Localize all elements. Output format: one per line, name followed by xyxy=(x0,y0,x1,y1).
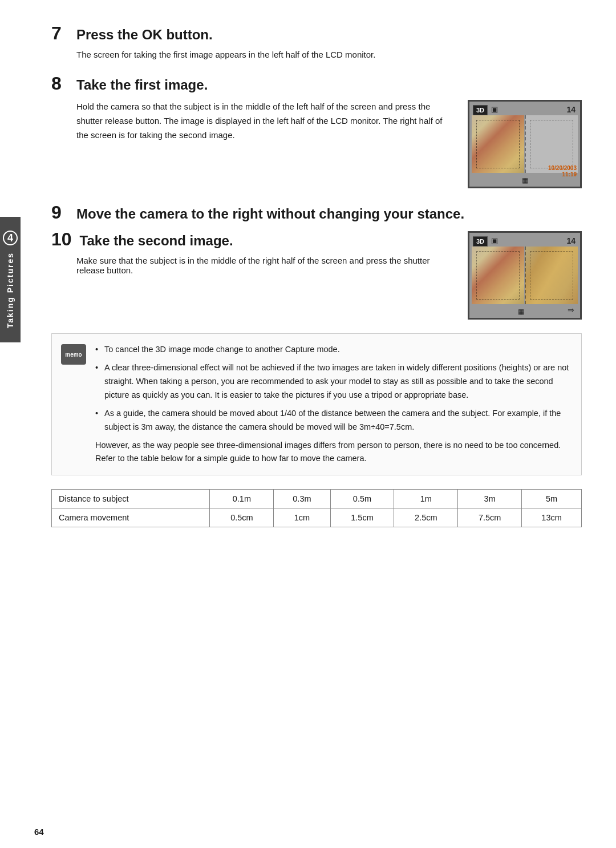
step-10-number: 10 xyxy=(51,229,72,250)
step-10-header: 10 Take the second image. xyxy=(51,229,456,250)
step-8-number: 8 xyxy=(51,73,68,94)
step-8-title: Take the first image. xyxy=(76,77,208,93)
table-row-distance: Distance to subject 0.1m 0.3m 0.5m 1m 3m… xyxy=(52,490,582,508)
step-8-content: Hold the camera so that the subject is i… xyxy=(51,100,582,188)
table-cell-movement-label: Camera movement xyxy=(52,508,210,527)
step-10-image: 3D ▣ 14 ⇒ xyxy=(468,231,582,320)
lcd-bottom-icon-8: ▦ xyxy=(522,176,528,184)
memo-list: To cancel the 3D image mode change to an… xyxy=(95,343,570,434)
step-8-text: Hold the camera so that the subject is i… xyxy=(76,100,456,142)
step-7-body: The screen for taking the first image ap… xyxy=(51,50,582,59)
lcd-sdcard-icon-10: ▣ xyxy=(491,236,498,245)
step-7-header: 7 Press the OK button. xyxy=(51,23,582,44)
step-10-container: 10 Take the second image. Make sure that… xyxy=(51,229,582,320)
lcd-display-8: 3D ▣ 14 xyxy=(468,100,582,188)
lcd-arrow-right-10: ⇒ xyxy=(568,305,574,314)
memo-item-1: To cancel the 3D image mode change to an… xyxy=(95,343,570,357)
page-container: 7 Press the OK button. The screen for ta… xyxy=(0,0,616,848)
table-cell-distance-0: 0.1m xyxy=(210,490,274,508)
lcd-photo-right-8 xyxy=(525,115,578,173)
step-9-10-section: 9 Move the camera to the right without c… xyxy=(51,202,582,320)
step-10-title: Take the second image. xyxy=(80,233,233,249)
step-10-text: Make sure that the subject is in the mid… xyxy=(76,256,456,275)
lcd-photo-right-10 xyxy=(525,247,578,304)
memo-paragraph: However, as the way people see three-dim… xyxy=(95,439,570,466)
lcd-center-divider-10 xyxy=(525,247,526,304)
distance-table: Distance to subject 0.1m 0.3m 0.5m 1m 3m… xyxy=(51,489,582,527)
lcd-sdcard-icon-8: ▣ xyxy=(491,105,498,114)
step-8-image: 3D ▣ 14 xyxy=(468,100,582,188)
lcd-photo-left-10 xyxy=(472,247,524,304)
lcd-count-8: 14 xyxy=(566,105,576,114)
step-7-text: The screen for taking the first image ap… xyxy=(76,50,582,59)
step-9-title: Move the camera to the right without cha… xyxy=(76,206,464,222)
side-tab-label: Taking Pictures xyxy=(6,252,15,328)
memo-content: To cancel the 3D image mode change to an… xyxy=(95,343,570,466)
lcd-photo-left-8 xyxy=(472,115,524,173)
table-cell-distance-2: 0.5m xyxy=(330,490,394,508)
table-cell-movement-4: 7.5cm xyxy=(458,508,522,527)
page-number: 64 xyxy=(34,827,44,837)
memo-icon: memo xyxy=(61,344,86,365)
lcd-3d-badge-10: 3D xyxy=(473,236,488,247)
step-10-body-text: Make sure that the subject is in the mid… xyxy=(51,256,456,275)
memo-section: memo To cancel the 3D image mode change … xyxy=(51,333,582,475)
step-9-header: 9 Move the camera to the right without c… xyxy=(51,202,582,223)
memo-item-2: A clear three-dimensional effect will no… xyxy=(95,361,570,402)
step-10-text-area: 10 Take the second image. Make sure that… xyxy=(51,229,456,275)
table-row-movement: Camera movement 0.5cm 1cm 1.5cm 2.5cm 7.… xyxy=(52,508,582,527)
step-7-number: 7 xyxy=(51,23,68,44)
step-8-header: 8 Take the first image. xyxy=(51,73,582,94)
table-cell-movement-0: 0.5cm xyxy=(210,508,274,527)
table-cell-distance-3: 1m xyxy=(394,490,458,508)
side-tab-number: 4 xyxy=(3,231,18,245)
step-9-number: 9 xyxy=(51,202,68,223)
side-tab: 4 Taking Pictures xyxy=(0,217,21,342)
memo-item-3: As a guide, the camera should be moved a… xyxy=(95,407,570,434)
lcd-display-10: 3D ▣ 14 ⇒ xyxy=(468,231,582,320)
step-8-section: 8 Take the first image. Hold the camera … xyxy=(51,73,582,188)
step-7-title: Press the OK button. xyxy=(76,27,213,43)
lcd-date-8: 10/20/2003 11:19 xyxy=(548,165,577,177)
table-cell-movement-5: 13cm xyxy=(522,508,582,527)
lcd-bottom-icon-10: ▦ xyxy=(518,308,524,316)
lcd-center-divider-8 xyxy=(525,115,526,173)
table-body: Distance to subject 0.1m 0.3m 0.5m 1m 3m… xyxy=(52,490,582,527)
lcd-3d-badge-8: 3D xyxy=(473,105,488,115)
table-cell-movement-1: 1cm xyxy=(274,508,330,527)
table-cell-distance-4: 3m xyxy=(458,490,522,508)
table-cell-distance-5: 5m xyxy=(522,490,582,508)
table-cell-movement-3: 2.5cm xyxy=(394,508,458,527)
table-cell-distance-1: 0.3m xyxy=(274,490,330,508)
table-cell-movement-2: 1.5cm xyxy=(330,508,394,527)
lcd-count-10: 14 xyxy=(566,236,576,245)
step-7-section: 7 Press the OK button. The screen for ta… xyxy=(51,23,582,59)
table-cell-distance-label: Distance to subject xyxy=(52,490,210,508)
